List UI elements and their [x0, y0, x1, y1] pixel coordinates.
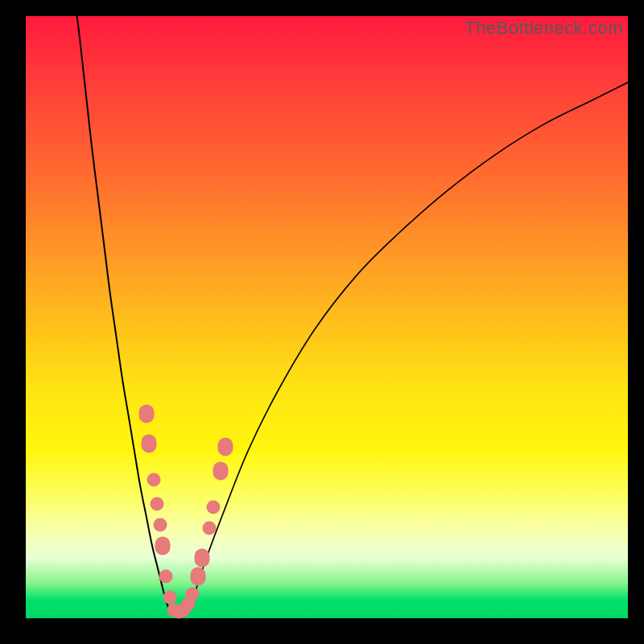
highlight-marker: [151, 497, 164, 510]
highlight-marker: [155, 537, 170, 555]
highlight-marker: [218, 437, 233, 456]
highlight-marker: [153, 518, 167, 532]
highlight-marker: [203, 521, 217, 535]
right-curve: [169, 82, 628, 613]
highlight-marker: [195, 549, 210, 568]
chart-stage: TheBottleneck.com: [0, 0, 644, 644]
plot-area: TheBottleneck.com: [26, 16, 628, 618]
highlight-marker: [207, 500, 221, 514]
left-curve: [77, 16, 188, 614]
highlight-marker: [159, 569, 173, 583]
highlight-marker: [142, 435, 157, 453]
highlight-marker: [147, 473, 161, 486]
highlight-marker: [138, 404, 154, 423]
highlight-marker: [190, 567, 205, 585]
highlight-marker: [163, 590, 176, 604]
highlight-marker: [186, 588, 200, 601]
highlight-marker: [213, 461, 229, 480]
curve-layer: [26, 16, 628, 618]
